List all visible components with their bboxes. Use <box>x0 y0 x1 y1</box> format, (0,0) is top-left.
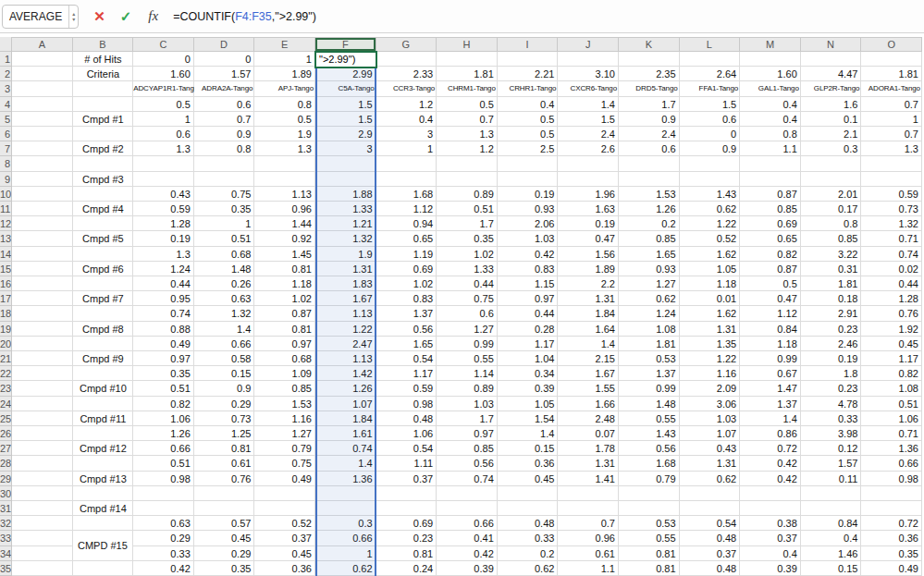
cell-O19[interactable]: 1.92 <box>861 322 922 337</box>
cell-C28[interactable]: 0.51 <box>133 456 194 471</box>
cell-D3[interactable]: ADRA2A-Tango <box>194 81 255 96</box>
cell-M6[interactable]: 0.8 <box>740 127 801 141</box>
cell-I27[interactable]: 0.15 <box>498 441 559 456</box>
cell-K15[interactable]: 0.93 <box>619 262 680 276</box>
cell-G11[interactable]: 1.12 <box>376 202 437 216</box>
cell-L26[interactable]: 1.07 <box>680 426 741 441</box>
cell-D33[interactable]: 0.45 <box>194 531 255 545</box>
cell-I5[interactable]: 0.5 <box>498 112 559 127</box>
cell-N13[interactable]: 0.85 <box>801 231 862 246</box>
cell-E7[interactable]: 1.3 <box>254 141 315 156</box>
cell-C29[interactable]: 0.98 <box>133 472 194 486</box>
column-header-C[interactable]: C <box>133 37 194 52</box>
cell-H28[interactable]: 0.56 <box>437 456 498 471</box>
cell-N27[interactable]: 0.12 <box>801 441 862 456</box>
cell-J21[interactable]: 2.15 <box>558 351 619 366</box>
row-header-13[interactable]: 13 <box>0 231 12 246</box>
cell-I2[interactable]: 2.21 <box>498 67 559 81</box>
cell-C33[interactable]: 0.29 <box>133 531 194 545</box>
cell-O3[interactable]: ADORA1-Tango <box>861 81 922 96</box>
cell-B17[interactable]: Cmpd #7 <box>73 291 134 306</box>
cell-E19[interactable]: 0.81 <box>254 322 315 337</box>
cell-B33-merged[interactable]: CMPD #15 <box>73 531 133 559</box>
cell-K11[interactable]: 1.26 <box>619 202 680 216</box>
row-header-19[interactable]: 19 <box>0 322 12 337</box>
row-header-32[interactable]: 32 <box>0 516 12 531</box>
cell-O35[interactable]: 0.49 <box>861 561 922 576</box>
column-header-F[interactable]: F <box>315 37 376 52</box>
cell-G28[interactable]: 1.11 <box>376 456 437 471</box>
cell-F24[interactable]: 1.07 <box>315 397 376 411</box>
cell-O15[interactable]: 0.02 <box>861 262 922 276</box>
cell-K3[interactable]: DRD5-Tango <box>619 81 680 96</box>
cell-J27[interactable]: 1.78 <box>558 441 619 456</box>
cell-I12[interactable]: 2.06 <box>498 216 559 231</box>
cell-F25[interactable]: 1.84 <box>315 411 376 426</box>
cell-M11[interactable]: 0.85 <box>740 202 801 216</box>
cell-E3[interactable]: APJ-Tango <box>254 81 315 96</box>
cell-N10[interactable]: 2.01 <box>801 187 862 202</box>
cell-G35[interactable]: 0.24 <box>376 561 437 576</box>
cell-E18[interactable]: 0.87 <box>254 306 315 321</box>
cell-O27[interactable]: 1.36 <box>861 441 922 456</box>
cell-J7[interactable]: 2.6 <box>558 141 619 156</box>
cell-H20[interactable]: 0.99 <box>437 337 498 351</box>
cell-K6[interactable]: 2.4 <box>619 127 680 141</box>
cell-C32[interactable]: 0.63 <box>133 516 194 531</box>
cell-G13[interactable]: 0.65 <box>376 231 437 246</box>
cell-G7[interactable]: 1 <box>376 141 437 156</box>
cell-F34[interactable]: 1 <box>315 546 376 561</box>
cell-F20[interactable]: 2.47 <box>315 337 376 351</box>
column-header-I[interactable]: I <box>498 37 559 52</box>
cell-K28[interactable]: 1.68 <box>619 456 680 471</box>
cell-H11[interactable]: 0.51 <box>437 202 498 216</box>
column-header-L[interactable]: L <box>680 37 741 52</box>
cell-N20[interactable]: 2.46 <box>801 337 862 351</box>
cell-B13[interactable]: Cmpd #5 <box>73 231 134 246</box>
row-header-24[interactable]: 24 <box>0 397 12 411</box>
cell-E23[interactable]: 0.85 <box>254 381 315 396</box>
cell-J28[interactable]: 1.31 <box>558 456 619 471</box>
cell-I7[interactable]: 2.5 <box>498 141 559 156</box>
cell-I22[interactable]: 0.34 <box>498 366 559 381</box>
cell-I24[interactable]: 1.05 <box>498 397 559 411</box>
cell-M22[interactable]: 0.67 <box>740 366 801 381</box>
cell-G17[interactable]: 0.83 <box>376 291 437 306</box>
cell-F11[interactable]: 1.33 <box>315 202 376 216</box>
cell-F19[interactable]: 1.22 <box>315 322 376 337</box>
column-header-G[interactable]: G <box>376 37 437 52</box>
cell-N32[interactable]: 0.84 <box>801 516 862 531</box>
cell-C1[interactable]: 0 <box>133 52 194 67</box>
cell-K2[interactable]: 2.35 <box>619 67 680 81</box>
cell-I18[interactable]: 0.44 <box>498 306 559 321</box>
cell-L27[interactable]: 0.43 <box>680 441 741 456</box>
cell-L12[interactable]: 1.22 <box>680 216 741 231</box>
cell-C6[interactable]: 0.6 <box>133 127 194 141</box>
cell-C18[interactable]: 0.74 <box>133 306 194 321</box>
column-header-O[interactable]: O <box>861 37 922 52</box>
cell-C27[interactable]: 0.66 <box>133 441 194 456</box>
cell-O14[interactable]: 0.74 <box>861 247 922 262</box>
cell-C23[interactable]: 0.51 <box>133 381 194 396</box>
cell-L25[interactable]: 1.03 <box>680 411 741 426</box>
cell-C7[interactable]: 1.3 <box>133 141 194 156</box>
cell-L4[interactable]: 1.5 <box>680 97 741 112</box>
cell-I34[interactable]: 0.2 <box>498 546 559 561</box>
row-header-12[interactable]: 12 <box>0 216 12 231</box>
cell-G18[interactable]: 1.37 <box>376 306 437 321</box>
cell-L23[interactable]: 2.09 <box>680 381 741 396</box>
cell-H23[interactable]: 0.89 <box>437 381 498 396</box>
cell-N26[interactable]: 3.98 <box>801 426 862 441</box>
cell-O22[interactable]: 0.82 <box>861 366 922 381</box>
cell-G22[interactable]: 1.17 <box>376 366 437 381</box>
cell-D1[interactable]: 0 <box>194 52 255 67</box>
cell-C19[interactable]: 0.88 <box>133 322 194 337</box>
cell-F14[interactable]: 1.9 <box>315 247 376 262</box>
cell-N22[interactable]: 1.8 <box>801 366 862 381</box>
cell-H25[interactable]: 1.7 <box>437 411 498 426</box>
cell-J17[interactable]: 1.31 <box>558 291 619 306</box>
row-header-18[interactable]: 18 <box>0 306 12 321</box>
cell-O25[interactable]: 1.06 <box>861 411 922 426</box>
cell-B19[interactable]: Cmpd #8 <box>73 322 134 337</box>
cell-N33[interactable]: 0.4 <box>801 531 862 545</box>
